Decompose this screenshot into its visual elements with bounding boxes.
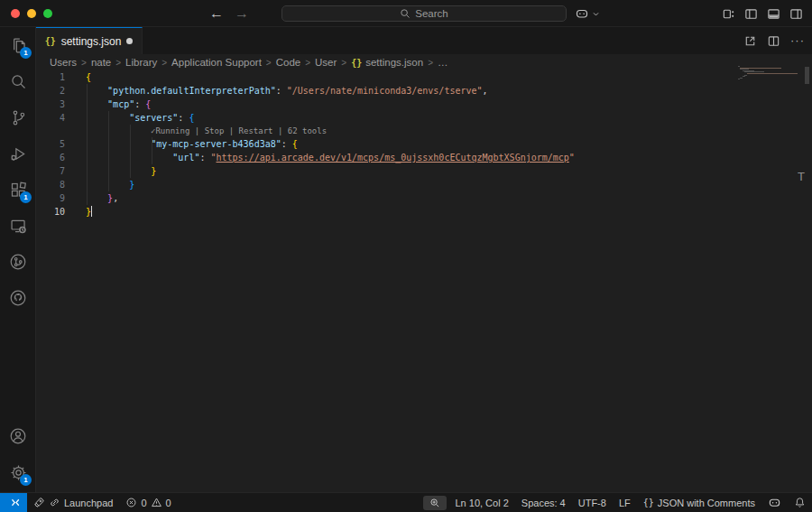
window-zoom-button[interactable]: [43, 9, 52, 18]
breadcrumb-item[interactable]: User: [315, 57, 337, 68]
remote-indicator-button[interactable]: [0, 493, 27, 512]
chevron-down-icon: [592, 10, 600, 18]
breadcrumb-item[interactable]: Library: [125, 57, 157, 68]
split-editor-icon[interactable]: [767, 34, 780, 48]
text-cursor: [91, 206, 92, 217]
editor[interactable]: 1{2 "python.defaultInterpreterPath": "/U…: [36, 70, 812, 492]
indent-guide: [152, 137, 152, 164]
sidebar-item-search[interactable]: [0, 63, 36, 99]
code-line[interactable]: 1{: [36, 70, 812, 84]
modified-indicator-dot[interactable]: [126, 38, 133, 44]
line-number: 3: [36, 98, 65, 111]
bell-icon: [794, 497, 806, 508]
run-debug-icon: [9, 144, 28, 163]
more-actions-icon[interactable]: ···: [790, 36, 805, 45]
code-text: "url": "https://api.arcade.dev/v1/mcps/m…: [86, 151, 575, 164]
code-line[interactable]: 3 "mcp": {: [36, 98, 812, 111]
copilot-icon: [575, 6, 589, 21]
code-line[interactable]: 9 },: [36, 191, 812, 205]
navigate-forward-button[interactable]: →: [235, 5, 249, 22]
sidebar-item-remote-explorer[interactable]: [0, 208, 36, 244]
breadcrumb-item[interactable]: Users: [50, 57, 77, 68]
breadcrumb-separator-icon: >: [81, 58, 87, 68]
problems-status-item[interactable]: 0 0: [119, 493, 177, 512]
open-settings-ui-icon[interactable]: [743, 34, 757, 48]
line-number: 1: [36, 70, 65, 84]
scrollbar-thumb[interactable]: [805, 67, 809, 84]
code-text: {: [86, 70, 91, 84]
codelens: ✓Running | Stop | Restart | 62 tools: [36, 125, 812, 137]
breadcrumb-separator-icon: >: [341, 58, 346, 68]
line-number: 4: [36, 111, 65, 125]
breadcrumb-item[interactable]: nate: [91, 57, 111, 68]
code-line[interactable]: 8 }: [36, 178, 812, 191]
sidebar-item-extensions[interactable]: 1: [0, 172, 36, 208]
indent-guide: [130, 125, 131, 178]
customize-layout-icon[interactable]: [722, 7, 735, 21]
remote-explorer-icon: [9, 217, 28, 236]
code-line[interactable]: 6 "url": "https://api.arcade.dev/v1/mcps…: [36, 151, 812, 164]
sidebar-item-source-control[interactable]: [0, 99, 36, 135]
sidebar-item-explorer[interactable]: 1: [0, 27, 36, 63]
minimap[interactable]: [738, 66, 801, 80]
code-line[interactable]: 5 "my-mcp-server-b436d3a8": {: [36, 137, 812, 151]
encoding-status[interactable]: UTF-8: [572, 493, 613, 512]
code-text: "my-mcp-server-b436d3a8": {: [86, 137, 298, 151]
codelens-action[interactable]: Stop: [205, 126, 225, 135]
eol-label: LF: [619, 498, 631, 508]
language-mode-status[interactable]: {} JSON with Comments: [637, 493, 761, 512]
code-line[interactable]: 7 }: [36, 164, 812, 178]
indent-guide: [87, 84, 88, 205]
code-text: }: [86, 205, 92, 219]
breadcrumb-file-label: settings.json: [365, 57, 423, 68]
sidebar-item-run-debug[interactable]: [0, 135, 36, 172]
window-close-button[interactable]: [11, 9, 20, 18]
language-label: JSON with Comments: [658, 498, 755, 508]
toggle-secondary-sidebar-icon[interactable]: [789, 7, 803, 21]
eol-status[interactable]: LF: [613, 493, 637, 512]
copilot-menu-button[interactable]: [575, 0, 600, 27]
notifications-bell-item[interactable]: [788, 493, 812, 512]
cursor-position-status[interactable]: Ln 10, Col 2: [448, 493, 514, 512]
codelens-action[interactable]: ✓Running: [151, 126, 189, 135]
code-line[interactable]: 4 "servers": {: [36, 111, 812, 125]
indent-guide: [108, 111, 109, 191]
copilot-status-item[interactable]: [761, 493, 788, 512]
toggle-primary-sidebar-icon[interactable]: [744, 7, 758, 21]
breadcrumb-item[interactable]: Code: [276, 57, 301, 68]
sidebar-item-github[interactable]: [0, 280, 36, 316]
navigate-back-button[interactable]: ←: [209, 5, 224, 22]
zoom-status-item[interactable]: [423, 496, 447, 510]
code-line[interactable]: 10}: [36, 205, 812, 219]
copilot-icon: [768, 496, 781, 509]
sidebar-item-gitlens[interactable]: [0, 244, 36, 280]
indentation-status[interactable]: Spaces: 4: [515, 493, 572, 512]
codelens-action[interactable]: 62 tools: [288, 126, 327, 135]
accounts-button[interactable]: [0, 418, 36, 454]
breadcrumb-separator-icon: >: [266, 58, 272, 68]
extensions-badge: 1: [20, 191, 32, 203]
code-text: }: [86, 164, 156, 178]
overview-ruler-marker: T: [798, 170, 805, 183]
window-minimize-button[interactable]: [27, 9, 36, 18]
breadcrumb-item[interactable]: Application Support: [171, 57, 262, 68]
tab-settings-json[interactable]: {} settings.json: [36, 27, 143, 54]
indentation-label: Spaces: 4: [521, 498, 566, 508]
code-line[interactable]: 2 "python.defaultInterpreterPath": "/Use…: [36, 84, 812, 98]
encoding-label: UTF-8: [578, 498, 606, 508]
status-bar: Launchpad 0 0 Ln 10, Col 2 Spaces: 4 UTF…: [0, 492, 812, 512]
breadcrumb-overflow[interactable]: …: [438, 57, 448, 68]
code-text: }: [86, 178, 134, 191]
command-center-search[interactable]: Search: [281, 5, 567, 22]
tab-label: settings.json: [61, 35, 122, 48]
breadcrumb-separator-icon: >: [115, 58, 121, 68]
code-text: "servers": {: [86, 111, 194, 125]
search-placeholder: Search: [415, 8, 448, 19]
explorer-badge: 1: [20, 47, 32, 59]
breadcrumb-item-file[interactable]: {}settings.json: [351, 57, 423, 68]
launchpad-status-item[interactable]: Launchpad: [27, 493, 119, 512]
toggle-panel-icon[interactable]: [767, 7, 780, 21]
settings-gear-button[interactable]: 1: [0, 454, 36, 490]
code-text: "python.defaultInterpreterPath": "/Users…: [86, 84, 488, 98]
codelens-action[interactable]: Restart: [239, 126, 273, 135]
